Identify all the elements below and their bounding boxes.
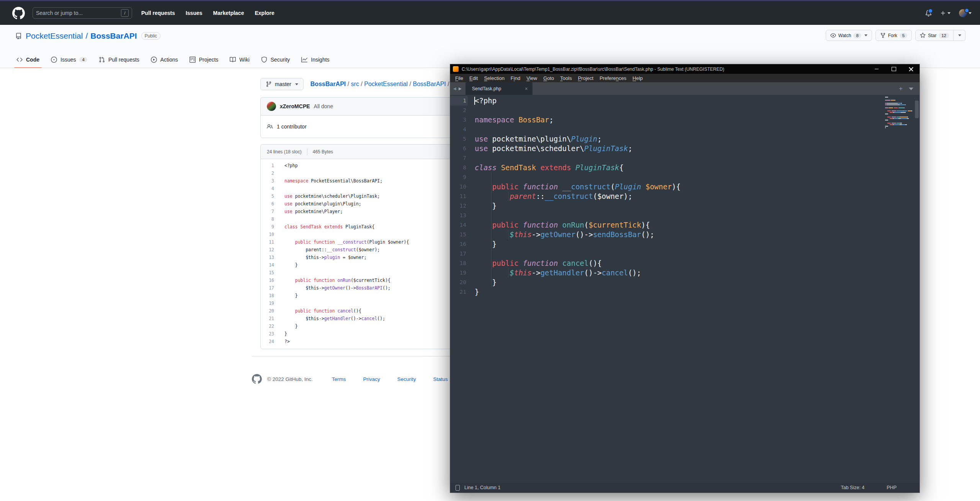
tab-actions[interactable]: Actions — [145, 52, 184, 68]
footer-link-terms[interactable]: Terms — [332, 376, 346, 382]
line-number[interactable]: 7 — [261, 208, 279, 215]
line-number[interactable]: 18 — [261, 292, 279, 299]
menu-selection[interactable]: Selection — [481, 75, 507, 81]
tab-pull-requests[interactable]: Pull requests — [93, 52, 145, 68]
line-number[interactable]: 10 — [261, 231, 279, 238]
breadcrumb-item[interactable]: BossBarAPI — [310, 81, 346, 87]
tab-sendtask-php[interactable]: SendTask.php — [466, 82, 532, 95]
minimap-line — [885, 117, 914, 117]
line-number[interactable]: 9 — [261, 223, 279, 231]
avatar-status-dot — [964, 8, 969, 13]
menu-tools[interactable]: Tools — [557, 75, 575, 81]
minimap[interactable] — [885, 97, 914, 129]
watch-button[interactable]: Watch 8 — [826, 30, 872, 41]
watch-count: 8 — [853, 33, 861, 38]
menu-file[interactable]: File — [452, 75, 466, 81]
tab-overflow-icon[interactable] — [909, 88, 913, 90]
code-text — [279, 169, 284, 177]
line-number[interactable]: 2 — [261, 169, 279, 177]
line-number[interactable]: 12 — [261, 246, 279, 254]
breadcrumb-item[interactable]: src — [351, 81, 359, 87]
menu-edit[interactable]: Edit — [466, 75, 481, 81]
line-number[interactable]: 17 — [261, 284, 279, 292]
menu-find[interactable]: Find — [508, 75, 523, 81]
panel-toggle-icon[interactable] — [456, 485, 460, 491]
line-number[interactable]: 6 — [261, 200, 279, 208]
tab-scroll-left-icon[interactable] — [453, 82, 456, 95]
divider — [307, 148, 307, 155]
code-text: use pocketmine\plugin\Plugin; — [279, 200, 361, 208]
fork-button[interactable]: Fork 5 — [875, 30, 912, 41]
minimap-line — [885, 100, 914, 101]
line-number: 8 — [450, 163, 468, 172]
github-mark-icon[interactable] — [252, 374, 262, 384]
tab-insights[interactable]: Insights — [296, 52, 335, 68]
menu-project[interactable]: Project — [575, 75, 596, 81]
line-number[interactable]: 22 — [261, 322, 279, 330]
sublime-title-bar[interactable]: C:\Users\gapri\AppData\Local\Temp\Temp1_… — [450, 64, 920, 74]
window-controls — [868, 64, 920, 74]
footer-link-security[interactable]: Security — [397, 376, 416, 382]
line-number[interactable]: 21 — [261, 315, 279, 322]
line-number[interactable]: 4 — [261, 185, 279, 192]
maximize-icon — [892, 67, 896, 71]
tab-security[interactable]: Security — [255, 52, 296, 68]
nav-marketplace[interactable]: Marketplace — [213, 10, 244, 16]
line-number[interactable]: 23 — [261, 330, 279, 338]
line-number[interactable]: 13 — [261, 254, 279, 261]
tab-issues[interactable]: Issues 4 — [45, 52, 93, 68]
footer-link-privacy[interactable]: Privacy — [363, 376, 380, 382]
line-number[interactable]: 16 — [261, 277, 279, 284]
search-input[interactable]: Search or jump to... — [36, 10, 83, 16]
repo-name-link[interactable]: BossBarAPI — [90, 31, 137, 40]
menu-goto[interactable]: Goto — [540, 75, 557, 81]
menu-preferences[interactable]: Preferences — [596, 75, 629, 81]
syntax-setting[interactable]: PHP — [887, 485, 897, 490]
commit-author-avatar[interactable] — [267, 102, 276, 111]
maximize-button[interactable] — [885, 64, 902, 74]
tab-code[interactable]: Code — [11, 52, 45, 68]
create-new-button[interactable] — [940, 10, 951, 16]
star-dropdown[interactable] — [953, 30, 965, 41]
footer-link-status[interactable]: Status — [433, 376, 448, 382]
star-button[interactable]: Star 12 — [915, 30, 965, 41]
line-number[interactable]: 15 — [261, 269, 279, 277]
menu-help[interactable]: Help — [629, 75, 646, 81]
tab-title: SendTask.php — [472, 86, 525, 91]
tab-close-icon[interactable] — [525, 86, 528, 92]
line-number[interactable]: 24 — [261, 338, 279, 345]
code-text: } — [468, 201, 497, 211]
repo-owner-link[interactable]: PocketEssential — [26, 31, 83, 40]
breadcrumb-item[interactable]: PocketEssential — [364, 81, 408, 87]
commit-message-link[interactable]: All done — [314, 103, 333, 109]
github-logo-icon[interactable] — [12, 7, 25, 20]
tab-scroll-right-icon[interactable] — [459, 82, 462, 95]
line-number[interactable]: 8 — [261, 215, 279, 223]
search-box[interactable]: Search or jump to... / — [33, 7, 132, 19]
menu-view[interactable]: View — [523, 75, 540, 81]
nav-explore[interactable]: Explore — [255, 10, 274, 16]
line-number[interactable]: 14 — [261, 261, 279, 269]
line-number[interactable]: 5 — [261, 192, 279, 200]
user-menu-button[interactable] — [959, 9, 972, 17]
nav-issues[interactable]: Issues — [186, 10, 203, 16]
breadcrumb-separator: / — [408, 81, 413, 87]
tab-projects[interactable]: Projects — [184, 52, 224, 68]
line-number[interactable]: 11 — [261, 238, 279, 246]
line-number[interactable]: 3 — [261, 177, 279, 185]
notifications-button[interactable] — [925, 10, 932, 16]
scrollbar-thumb[interactable] — [915, 101, 919, 118]
line-number[interactable]: 19 — [261, 299, 279, 307]
tab-size-setting[interactable]: Tab Size: 4 — [841, 485, 864, 490]
line-number[interactable]: 20 — [261, 307, 279, 315]
line-number[interactable]: 1 — [261, 162, 279, 169]
sublime-editor[interactable]: 1<?php23namespace BossBar;45use pocketmi… — [450, 95, 920, 483]
nav-pull-requests[interactable]: Pull requests — [141, 10, 175, 16]
tab-wiki[interactable]: Wiki — [224, 52, 255, 68]
commit-author-link[interactable]: xZeroMCPE — [280, 103, 310, 109]
branch-selector[interactable]: master — [260, 78, 304, 90]
minimize-button[interactable] — [868, 64, 885, 74]
new-tab-button[interactable] — [899, 82, 903, 95]
close-button[interactable] — [902, 64, 920, 74]
breadcrumb-item[interactable]: BossBarAPI — [413, 81, 446, 87]
